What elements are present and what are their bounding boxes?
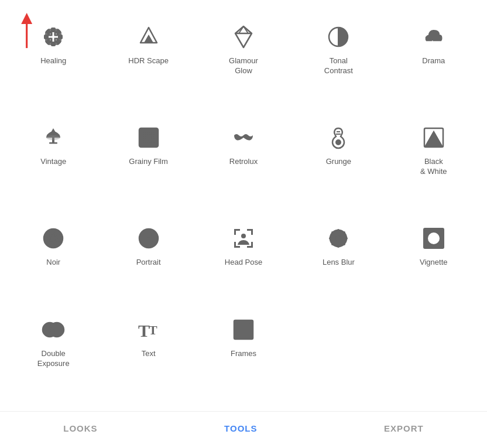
tonal-icon xyxy=(324,22,353,52)
tonal-label: TonalContrast xyxy=(324,56,353,76)
svg-marker-14 xyxy=(235,26,252,47)
tool-retrolux[interactable]: Retrolux xyxy=(196,112,291,213)
svg-point-44 xyxy=(44,237,48,240)
text-icon: T T xyxy=(134,315,163,344)
headpose-icon xyxy=(229,224,258,253)
grunge-label: Grunge xyxy=(326,157,351,167)
svg-point-66 xyxy=(345,237,348,240)
svg-point-29 xyxy=(151,136,154,139)
vintage-icon xyxy=(39,123,68,152)
svg-rect-55 xyxy=(251,229,253,235)
svg-point-64 xyxy=(337,245,339,248)
tool-tonal-contrast[interactable]: TonalContrast xyxy=(291,12,386,112)
drama-label: Drama xyxy=(422,56,445,66)
svg-point-42 xyxy=(52,230,55,233)
svg-point-28 xyxy=(143,136,146,139)
healing-icon xyxy=(39,22,68,52)
tool-grainy-film[interactable]: Grainy Film xyxy=(101,112,196,213)
svg-marker-13 xyxy=(144,35,153,43)
svg-point-27 xyxy=(151,132,154,135)
retrolux-icon xyxy=(229,123,258,152)
svg-point-65 xyxy=(329,237,331,240)
svg-rect-22 xyxy=(49,142,57,144)
svg-point-10 xyxy=(49,39,52,41)
doubleexposure-icon xyxy=(39,315,68,344)
glamour-icon xyxy=(229,22,258,52)
bottom-nav: LOOKS TOOLS EXPORT xyxy=(0,411,487,448)
tool-drama[interactable]: Drama xyxy=(386,12,481,112)
tool-vignette[interactable]: Vignette xyxy=(386,213,481,304)
tool-head-pose[interactable]: Head Pose xyxy=(196,213,291,304)
svg-rect-24 xyxy=(139,128,158,147)
doubleexposure-label: DoubleExposure xyxy=(37,349,70,369)
svg-point-74 xyxy=(50,323,64,337)
svg-point-49 xyxy=(47,242,50,245)
text-label: Text xyxy=(142,349,156,359)
retrolux-label: Retrolux xyxy=(229,157,258,167)
bw-label: Black& White xyxy=(420,157,447,177)
svg-rect-79 xyxy=(238,324,249,336)
vignette-label: Vignette xyxy=(420,258,447,268)
svg-point-48 xyxy=(57,232,60,235)
svg-point-51 xyxy=(146,232,152,238)
svg-point-72 xyxy=(428,232,440,244)
svg-point-63 xyxy=(337,229,339,231)
tool-frames[interactable]: Frames xyxy=(196,305,291,405)
tools-grid: Healing HDR Scape GlamourGlow xyxy=(0,0,487,411)
svg-point-8 xyxy=(49,33,52,35)
tool-grunge[interactable]: Grunge xyxy=(291,112,386,213)
tool-vintage[interactable]: Vintage xyxy=(6,112,101,213)
glamour-label: GlamourGlow xyxy=(229,56,258,76)
svg-rect-57 xyxy=(234,242,236,248)
svg-rect-53 xyxy=(234,229,236,235)
healing-label: Healing xyxy=(40,56,66,66)
vignette-icon xyxy=(419,224,448,253)
lensblur-label: Lens Blur xyxy=(323,258,355,268)
bw-icon xyxy=(419,123,448,152)
hdr-icon xyxy=(134,22,163,52)
svg-point-11 xyxy=(55,39,57,41)
svg-text:T: T xyxy=(149,323,157,337)
svg-point-46 xyxy=(47,232,50,235)
svg-point-60 xyxy=(241,234,246,238)
hdr-label: HDR Scape xyxy=(128,56,169,66)
nav-tools[interactable]: TOOLS xyxy=(212,420,269,436)
portrait-label: Portrait xyxy=(136,258,161,268)
tool-hdr-scape[interactable]: HDR Scape xyxy=(101,12,196,112)
empty-cell-2 xyxy=(386,305,481,405)
svg-point-62 xyxy=(335,235,341,241)
grainy-icon xyxy=(134,123,163,152)
nav-looks[interactable]: LOOKS xyxy=(52,420,109,436)
svg-point-68 xyxy=(343,243,345,245)
tool-glamour-glow[interactable]: GlamourGlow xyxy=(196,12,291,112)
svg-point-30 xyxy=(143,141,146,143)
drama-icon xyxy=(419,22,448,52)
svg-point-69 xyxy=(343,231,345,234)
tool-black-white[interactable]: Black& White xyxy=(386,112,481,213)
svg-point-33 xyxy=(336,140,341,145)
tool-portrait[interactable]: Portrait xyxy=(101,213,196,304)
tool-noir[interactable]: Noir xyxy=(6,213,101,304)
tool-healing[interactable]: Healing xyxy=(6,12,101,112)
svg-text:T: T xyxy=(138,321,150,340)
svg-point-26 xyxy=(147,132,150,135)
svg-marker-19 xyxy=(430,40,435,49)
tool-double-exposure[interactable]: DoubleExposure xyxy=(6,305,101,405)
grainy-label: Grainy Film xyxy=(129,157,167,167)
lensblur-icon xyxy=(324,224,353,253)
svg-rect-59 xyxy=(251,242,253,248)
tool-text[interactable]: T T Text xyxy=(101,305,196,405)
nav-export[interactable]: EXPORT xyxy=(372,420,435,436)
svg-point-67 xyxy=(331,231,334,234)
svg-point-9 xyxy=(55,33,57,35)
empty-cell-1 xyxy=(291,305,386,405)
tool-lens-blur[interactable]: Lens Blur xyxy=(291,213,386,304)
svg-point-41 xyxy=(50,235,57,242)
svg-point-43 xyxy=(52,244,55,247)
noir-label: Noir xyxy=(46,258,60,268)
svg-point-23 xyxy=(46,135,60,140)
svg-point-45 xyxy=(59,237,62,240)
svg-point-47 xyxy=(57,242,60,245)
frames-label: Frames xyxy=(231,349,256,359)
frames-icon xyxy=(229,315,258,344)
